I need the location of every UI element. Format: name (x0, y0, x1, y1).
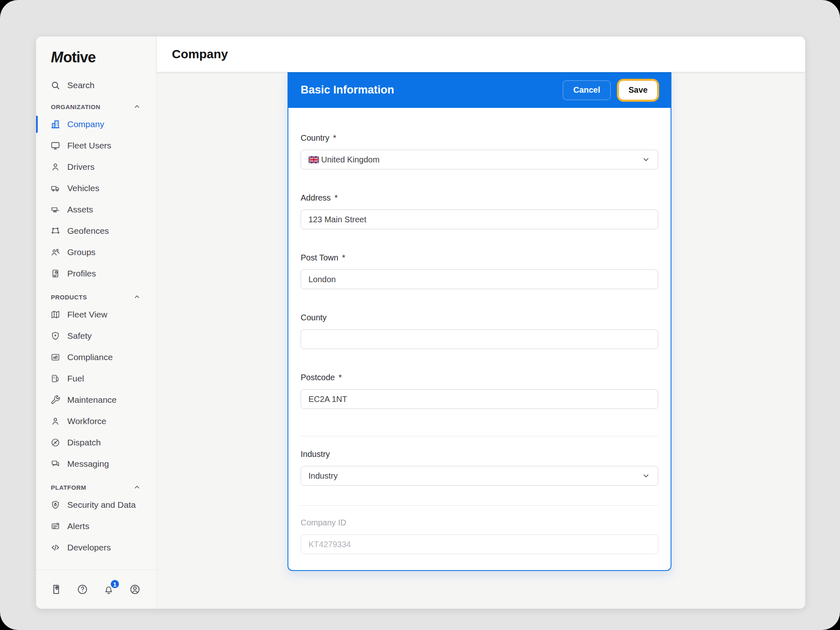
sidebar-item-compliance[interactable]: Compliance (36, 347, 156, 368)
post-town-input[interactable] (301, 269, 658, 289)
building-icon (50, 119, 60, 129)
motive-logo: Motive (51, 49, 156, 66)
sidebar: Motive Search ORGANIZATION (36, 37, 157, 609)
sidebar-item-drivers[interactable]: Drivers (36, 156, 156, 178)
panel-body: Country * United Kingdom (288, 133, 671, 554)
trailer-icon (50, 205, 60, 215)
account-button[interactable] (129, 584, 141, 595)
search-icon (50, 80, 60, 90)
fuel-pump-icon (50, 374, 60, 383)
sidebar-item-label: Company (67, 119, 104, 129)
search-button[interactable]: Search (50, 77, 156, 94)
sidebar-item-label: Drivers (67, 162, 95, 172)
field-label: County (301, 313, 326, 322)
sidebar-item-label: Safety (67, 331, 92, 341)
sidebar-item-assets[interactable]: Assets (36, 199, 156, 220)
help-button[interactable] (77, 584, 88, 595)
account-icon (129, 584, 141, 595)
chevron-up-icon (133, 484, 141, 491)
section-divider (301, 436, 658, 436)
country-select[interactable]: United Kingdom (301, 150, 658, 169)
field-post-town: Post Town * (301, 253, 658, 289)
guide-button[interactable] (50, 584, 62, 595)
person-icon (50, 162, 60, 172)
basic-information-panel: Basic Information Cancel Save Country * (288, 72, 671, 571)
united-kingdom-flag-icon (308, 156, 319, 163)
sidebar-item-messaging[interactable]: Messaging (36, 453, 156, 475)
sidebar-item-alerts[interactable]: Alerts (36, 516, 156, 537)
field-label: Country (301, 133, 329, 143)
screen-canvas: Motive Search ORGANIZATION (0, 0, 840, 630)
field-label: Post Town (301, 253, 338, 262)
sidebar-item-label: Dispatch (67, 438, 101, 447)
sidebar-item-label: Security and Data (67, 500, 136, 510)
sidebar-item-profiles[interactable]: Profiles (36, 263, 156, 284)
sidebar-footer: 1 (36, 570, 156, 609)
sidebar-item-vehicles[interactable]: Vehicles (36, 178, 156, 199)
content-area: Basic Information Cancel Save Country * (157, 72, 805, 609)
sidebar-item-security-and-data[interactable]: Security and Data (36, 494, 156, 516)
page-header: Company (157, 37, 805, 72)
polygon-icon (50, 226, 60, 236)
shield-lock-icon (50, 500, 60, 510)
person-icon (50, 416, 60, 426)
field-county: County (301, 313, 658, 349)
truck-icon (50, 183, 60, 193)
sidebar-item-developers[interactable]: Developers (36, 537, 156, 558)
notifications-button[interactable]: 1 (103, 584, 114, 595)
sidebar-item-label: Geofences (67, 226, 109, 236)
sidebar-item-safety[interactable]: Safety (36, 325, 156, 347)
section-platform[interactable]: PLATFORM (51, 481, 141, 493)
sidebar-item-company[interactable]: Company (36, 114, 156, 135)
chat-icon (50, 459, 60, 469)
section-products[interactable]: PRODUCTS (51, 291, 141, 303)
required-mark: * (342, 253, 345, 262)
chevron-up-icon (133, 293, 141, 301)
sidebar-item-dispatch[interactable]: Dispatch (36, 432, 156, 453)
sidebar-item-maintenance[interactable]: Maintenance (36, 389, 156, 411)
sidebar-item-groups[interactable]: Groups (36, 242, 156, 263)
page-title: Company (172, 47, 228, 61)
people-icon (50, 247, 60, 257)
sidebar-item-label: Alerts (67, 521, 89, 531)
required-mark: * (338, 373, 342, 382)
required-mark: * (333, 133, 336, 143)
sidebar-item-label: Developers (67, 543, 111, 552)
county-input[interactable] (301, 329, 658, 349)
logo-text: otive (63, 49, 96, 66)
sidebar-scroll: Motive Search ORGANIZATION (36, 37, 156, 570)
industry-value: Industry (308, 471, 641, 481)
sidebar-item-workforce[interactable]: Workforce (36, 411, 156, 432)
notification-badge: 1 (110, 579, 120, 589)
sidebar-item-label: Maintenance (67, 395, 116, 405)
company-id-input (301, 534, 658, 554)
sidebar-item-label: Profiles (67, 269, 96, 278)
alert-list-icon (50, 521, 60, 531)
panel-title: Basic Information (301, 84, 563, 96)
field-industry: Industry Industry (301, 450, 658, 486)
postcode-input[interactable] (301, 389, 658, 409)
sidebar-item-label: Workforce (67, 416, 106, 426)
sidebar-item-geofences[interactable]: Geofences (36, 220, 156, 242)
guide-book-icon (50, 584, 62, 595)
field-label: Address (301, 193, 331, 203)
section-divider (301, 505, 658, 506)
section-organization[interactable]: ORGANIZATION (51, 100, 141, 113)
sidebar-item-label: Groups (67, 247, 96, 257)
sidebar-item-label: Messaging (67, 459, 109, 469)
sidebar-item-fuel[interactable]: Fuel (36, 368, 156, 389)
app-window: Motive Search ORGANIZATION (36, 37, 805, 609)
sidebar-item-fleet-users[interactable]: Fleet Users (36, 135, 156, 156)
monitor-icon (50, 141, 60, 151)
map-icon (50, 310, 60, 320)
sidebar-item-fleet-view[interactable]: Fleet View (36, 304, 156, 325)
sidebar-item-label: Fleet View (67, 310, 107, 320)
sidebar-item-label: Compliance (67, 352, 113, 362)
shield-icon (50, 331, 60, 341)
required-mark: * (334, 193, 338, 203)
field-label: Industry (301, 450, 330, 459)
industry-select[interactable]: Industry (301, 466, 658, 486)
address-input[interactable] (301, 210, 658, 229)
cancel-button[interactable]: Cancel (563, 80, 611, 100)
save-button[interactable]: Save (619, 81, 657, 100)
